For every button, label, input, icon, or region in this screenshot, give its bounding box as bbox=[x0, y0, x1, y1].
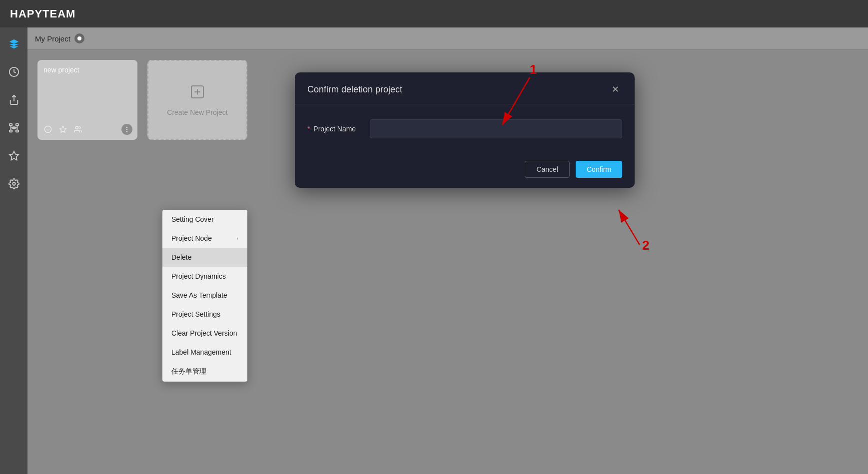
app-title: HAPYTEAM bbox=[10, 7, 75, 20]
member-icon[interactable] bbox=[72, 124, 83, 135]
context-menu: Setting Cover Project Node › Delete Proj… bbox=[162, 210, 247, 382]
chevron-right-icon: › bbox=[236, 235, 238, 242]
modal-close-button[interactable]: ✕ bbox=[608, 82, 622, 96]
form-label: * Project Name bbox=[307, 125, 362, 133]
confirm-button[interactable]: Confirm bbox=[576, 161, 622, 178]
modal-title: Confirm deletion project bbox=[307, 84, 402, 95]
cancel-button[interactable]: Cancel bbox=[525, 161, 570, 178]
context-menu-item-label-management[interactable]: Label Management bbox=[162, 343, 247, 362]
sidebar-icon-share[interactable] bbox=[5, 91, 23, 109]
required-star: * bbox=[307, 125, 310, 133]
context-menu-item-delete[interactable]: Delete bbox=[162, 248, 247, 267]
context-menu-item-setting-cover[interactable]: Setting Cover bbox=[162, 210, 247, 229]
context-menu-item-task-management[interactable]: 任务单管理 bbox=[162, 362, 247, 382]
context-menu-item-project-dynamics[interactable]: Project Dynamics bbox=[162, 267, 247, 286]
more-icon[interactable] bbox=[121, 124, 132, 135]
sidebar-icon-star[interactable] bbox=[5, 147, 23, 165]
project-name-input[interactable] bbox=[370, 119, 622, 138]
sidebar-icon-clock[interactable] bbox=[5, 63, 23, 81]
svg-point-19 bbox=[126, 127, 127, 128]
star-card-icon[interactable] bbox=[57, 124, 68, 135]
project-card-actions bbox=[42, 124, 132, 135]
modal-dialog: Confirm deletion project ✕ * Project Nam… bbox=[295, 72, 635, 188]
top-bar: HAPYTEAM bbox=[0, 0, 868, 27]
svg-rect-5 bbox=[9, 130, 12, 132]
context-menu-item-clear-project-version[interactable]: Clear Project Version bbox=[162, 324, 247, 343]
sidebar-icon-hierarchy[interactable] bbox=[5, 119, 23, 137]
svg-marker-11 bbox=[9, 151, 18, 160]
tab-dot bbox=[74, 33, 84, 43]
svg-point-12 bbox=[12, 182, 15, 185]
info-icon[interactable] bbox=[42, 124, 53, 135]
sidebar-icon-layers[interactable] bbox=[5, 35, 23, 53]
svg-point-21 bbox=[126, 131, 127, 132]
svg-point-13 bbox=[77, 36, 81, 40]
svg-point-20 bbox=[126, 129, 127, 130]
create-icon bbox=[189, 84, 205, 103]
svg-rect-6 bbox=[15, 130, 18, 132]
svg-rect-3 bbox=[15, 124, 18, 126]
sidebar bbox=[0, 27, 27, 474]
modal-header: Confirm deletion project ✕ bbox=[295, 72, 635, 104]
modal-footer: Cancel Confirm bbox=[295, 153, 635, 188]
project-tab-bar: My Project bbox=[27, 27, 868, 50]
project-card-title: new project bbox=[37, 60, 137, 80]
svg-marker-17 bbox=[59, 126, 66, 132]
context-menu-item-project-node[interactable]: Project Node › bbox=[162, 229, 247, 248]
create-project-card[interactable]: Create New Project bbox=[147, 60, 247, 140]
form-row: * Project Name bbox=[307, 119, 622, 138]
svg-point-18 bbox=[75, 126, 78, 129]
project-tab[interactable]: My Project bbox=[35, 33, 84, 43]
project-tab-label: My Project bbox=[35, 34, 70, 43]
context-menu-item-save-as-template[interactable]: Save As Template bbox=[162, 286, 247, 305]
context-menu-item-project-settings[interactable]: Project Settings bbox=[162, 305, 247, 324]
svg-rect-2 bbox=[9, 124, 12, 126]
sidebar-icon-settings[interactable] bbox=[5, 175, 23, 193]
modal-body: * Project Name bbox=[295, 104, 635, 153]
create-label: Create New Project bbox=[167, 108, 227, 116]
project-card[interactable]: new project bbox=[37, 60, 137, 140]
